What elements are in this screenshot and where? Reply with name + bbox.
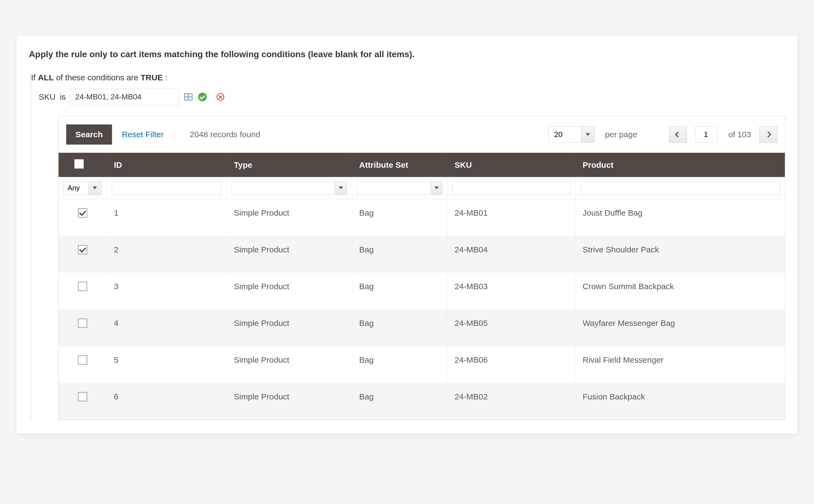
sku-value-input[interactable] xyxy=(70,89,179,105)
sku-attribute-label[interactable]: SKU xyxy=(39,92,56,102)
row-checkbox[interactable] xyxy=(78,245,87,254)
header-attr-set[interactable]: Attribute Set xyxy=(352,153,447,177)
header-sku[interactable]: SKU xyxy=(447,153,575,177)
next-page-button[interactable] xyxy=(759,126,777,143)
chevron-down-icon xyxy=(339,187,343,189)
products-table: ID Type Attribute Set SKU Product xyxy=(59,153,785,420)
per-page-dropdown-icon[interactable] xyxy=(581,126,594,143)
filter-any-select[interactable] xyxy=(63,181,102,195)
per-page-label: per page xyxy=(605,130,637,139)
chevron-down-icon xyxy=(93,187,97,189)
cell-type: Simple Product xyxy=(227,273,352,309)
toolbar-right: per page of 103 xyxy=(548,126,777,143)
condition-aggregate: If ALL of these conditions are TRUE : xyxy=(31,73,785,82)
cell-type: Simple Product xyxy=(227,236,352,273)
cell-product: Crown Summit Backpack xyxy=(575,273,785,309)
cell-attr-set: Bag xyxy=(352,236,447,273)
page-number-input[interactable] xyxy=(695,126,717,143)
select-all-checkbox[interactable] xyxy=(74,159,84,169)
product-chooser-grid: Search Reset Filter 2048 records found p… xyxy=(58,116,785,420)
cell-sku: 24-MB02 xyxy=(447,383,575,420)
filter-attr-dropdown-icon[interactable] xyxy=(431,181,442,195)
cell-type: Simple Product xyxy=(227,383,352,420)
panel-title: Apply the rule only to cart items matchi… xyxy=(29,49,785,59)
remove-icon[interactable] xyxy=(216,92,226,102)
cell-sku: 24-MB06 xyxy=(447,346,575,383)
if-prefix: If xyxy=(31,73,36,82)
table-header-row: ID Type Attribute Set SKU Product xyxy=(59,153,785,177)
cell-id: 5 xyxy=(107,346,227,383)
prev-page-button[interactable] xyxy=(669,126,687,143)
filter-type-dropdown-icon[interactable] xyxy=(335,181,347,195)
sku-operator[interactable]: is xyxy=(60,92,66,102)
cell-sku: 24-MB05 xyxy=(447,309,575,346)
cell-sku: 24-MB04 xyxy=(447,236,575,273)
table-row[interactable]: 2Simple ProductBag24-MB04Strive Shoulder… xyxy=(59,236,785,273)
filter-row xyxy=(59,177,785,199)
conditions-tree: If ALL of these conditions are TRUE : SK… xyxy=(30,73,785,420)
filter-any-dropdown-icon[interactable] xyxy=(88,181,102,195)
cell-type: Simple Product xyxy=(227,346,352,383)
chevron-right-icon xyxy=(765,132,772,138)
aggregate-all[interactable]: ALL xyxy=(38,73,54,82)
table-row[interactable]: 5Simple ProductBag24-MB06Rival Field Mes… xyxy=(59,346,785,383)
cell-product: Strive Shoulder Pack xyxy=(575,236,785,273)
search-button[interactable]: Search xyxy=(66,124,112,145)
header-id[interactable]: ID xyxy=(107,153,227,177)
cell-attr-set: Bag xyxy=(352,383,447,420)
filter-attr-input[interactable] xyxy=(357,181,431,195)
filter-type-input[interactable] xyxy=(232,181,335,195)
apply-icon[interactable] xyxy=(197,92,208,102)
per-page-select[interactable] xyxy=(548,126,594,143)
header-product[interactable]: Product xyxy=(575,153,785,177)
row-checkbox[interactable] xyxy=(78,208,87,218)
cell-product: Fusion Backpack xyxy=(575,383,785,420)
chevron-left-icon xyxy=(675,132,681,138)
filter-any-input[interactable] xyxy=(63,181,88,195)
cell-type: Simple Product xyxy=(227,199,352,236)
table-row[interactable]: 1Simple ProductBag24-MB01Joust Duffle Ba… xyxy=(59,199,785,236)
filter-sku-input[interactable] xyxy=(452,181,570,195)
cell-attr-set: Bag xyxy=(352,199,447,236)
chooser-icon[interactable] xyxy=(183,92,193,102)
row-checkbox[interactable] xyxy=(78,319,87,328)
header-type[interactable]: Type xyxy=(227,153,352,177)
cell-type: Simple Product xyxy=(227,309,352,346)
cell-product: Rival Field Messenger xyxy=(575,346,785,383)
header-checkbox-cell xyxy=(59,153,107,177)
row-checkbox[interactable] xyxy=(78,392,87,401)
table-row[interactable]: 6Simple ProductBag24-MB02Fusion Backpack xyxy=(59,383,785,420)
cell-product: Wayfarer Messenger Bag xyxy=(575,309,785,346)
cell-id: 3 xyxy=(107,273,227,309)
cell-product: Joust Duffle Bag xyxy=(575,199,785,236)
if-colon: : xyxy=(165,73,167,82)
reset-filter-link[interactable]: Reset Filter xyxy=(122,130,163,139)
if-mid-text: of these conditions are xyxy=(56,73,138,82)
of-pages-label: of 103 xyxy=(729,130,751,139)
cell-attr-set: Bag xyxy=(352,273,447,309)
chevron-down-icon xyxy=(434,187,439,189)
aggregate-true[interactable]: TRUE xyxy=(141,73,163,82)
cell-id: 1 xyxy=(107,199,227,236)
cell-attr-set: Bag xyxy=(352,309,447,346)
row-checkbox[interactable] xyxy=(78,282,87,291)
filter-type-select[interactable] xyxy=(232,181,347,195)
per-page-input[interactable] xyxy=(548,126,581,143)
cell-id: 6 xyxy=(107,383,227,420)
grid-toolbar: Search Reset Filter 2048 records found p… xyxy=(59,116,785,153)
cell-id: 4 xyxy=(107,309,227,346)
records-found: 2048 records found xyxy=(190,130,260,139)
rule-conditions-panel: Apply the rule only to cart items matchi… xyxy=(16,35,798,434)
cell-attr-set: Bag xyxy=(352,346,447,383)
filter-id-input[interactable] xyxy=(112,181,222,195)
chevron-down-icon xyxy=(585,133,590,136)
condition-sku-row: SKU is xyxy=(31,89,785,105)
cell-sku: 24-MB03 xyxy=(447,273,575,309)
row-checkbox[interactable] xyxy=(78,355,87,365)
table-row[interactable]: 4Simple ProductBag24-MB05Wayfarer Messen… xyxy=(59,309,785,346)
cell-id: 2 xyxy=(107,236,227,273)
filter-attr-select[interactable] xyxy=(357,181,442,195)
cell-sku: 24-MB01 xyxy=(447,199,575,236)
filter-product-input[interactable] xyxy=(580,181,780,195)
table-row[interactable]: 3Simple ProductBag24-MB03Crown Summit Ba… xyxy=(59,273,785,309)
